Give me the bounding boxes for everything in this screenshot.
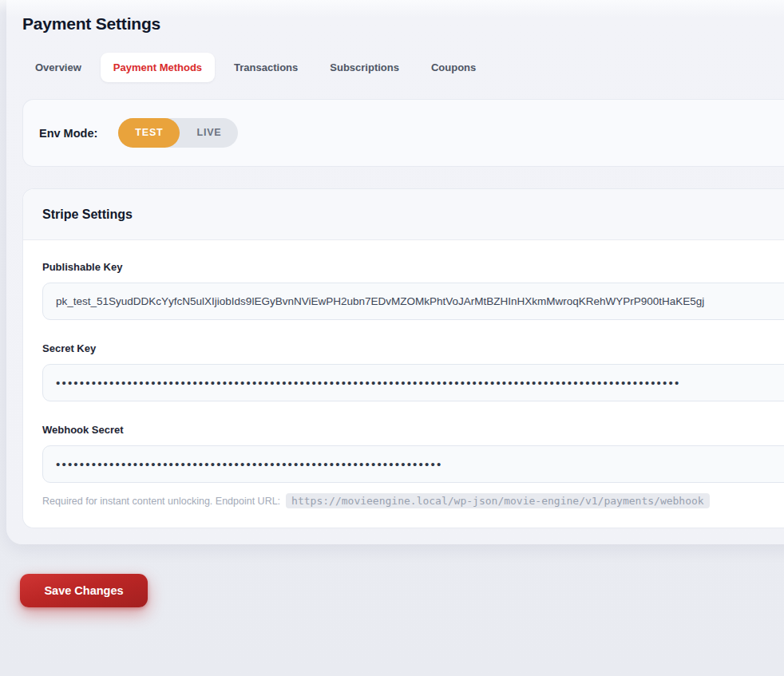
page-title: Payment Settings (22, 0, 784, 35)
secret-key-input[interactable] (42, 364, 784, 401)
stripe-settings-body: Publishable Key Secret Key Webhook Secre… (23, 240, 784, 528)
tab-overview[interactable]: Overview (22, 53, 94, 82)
publishable-key-field-group: Publishable Key (42, 261, 784, 320)
webhook-help-prefix: Required for instant content unlocking. … (42, 496, 280, 507)
env-mode-label: Env Mode: (39, 127, 97, 140)
main-content-panel: Payment Settings Overview Payment Method… (6, 0, 784, 544)
webhook-help-text: Required for instant content unlocking. … (42, 493, 784, 508)
publishable-key-label: Publishable Key (42, 261, 784, 274)
stripe-settings-card: Stripe Settings Publishable Key Secret K… (22, 188, 784, 528)
save-changes-button[interactable]: Save Changes (20, 574, 148, 607)
env-mode-toggle: TEST LIVE (118, 118, 238, 148)
stripe-settings-title: Stripe Settings (42, 206, 784, 223)
tab-transactions[interactable]: Transactions (221, 53, 311, 82)
webhook-secret-label: Webhook Secret (42, 424, 784, 437)
env-mode-card: Env Mode: TEST LIVE (22, 99, 784, 167)
publishable-key-input[interactable] (42, 283, 784, 320)
tab-coupons[interactable]: Coupons (418, 53, 489, 82)
webhook-secret-field-group: Webhook Secret Required for instant cont… (42, 424, 784, 508)
webhook-endpoint-url: https://movieengine.local/wp-json/movie-… (286, 493, 710, 508)
tab-payment-methods[interactable]: Payment Methods (101, 53, 215, 82)
tab-bar: Overview Payment Methods Transactions Su… (22, 53, 784, 82)
tab-subscriptions[interactable]: Subscriptions (317, 53, 412, 82)
stripe-settings-header: Stripe Settings (23, 189, 784, 240)
env-mode-live-button[interactable]: LIVE (180, 118, 238, 148)
env-mode-test-button[interactable]: TEST (118, 118, 180, 148)
webhook-secret-input[interactable] (42, 445, 784, 483)
secret-key-field-group: Secret Key (42, 342, 784, 401)
secret-key-label: Secret Key (42, 342, 784, 355)
